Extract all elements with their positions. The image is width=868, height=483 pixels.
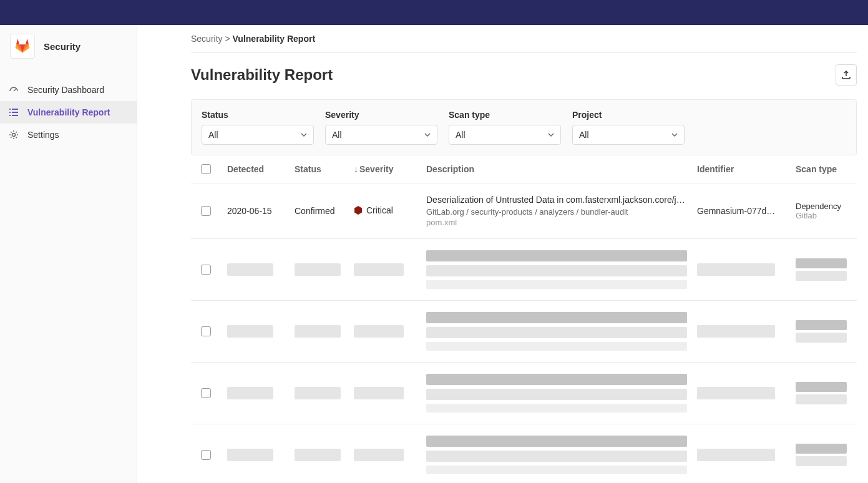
top-bar	[0, 0, 868, 25]
table-row-skeleton	[191, 363, 857, 424]
sidebar-item-label: Settings	[27, 130, 59, 140]
filter-value: All	[332, 130, 342, 140]
cell-status: Confirmed	[295, 206, 354, 216]
filter-bar: Status All Severity All Scan type	[191, 99, 857, 155]
svg-rect-5	[12, 115, 18, 116]
cell-detected: 2020-06-15	[227, 206, 295, 216]
export-button[interactable]	[836, 64, 857, 85]
dashboard-icon	[9, 85, 19, 95]
vulnerability-file: pom.xml	[426, 218, 687, 227]
cell-scan-type: Dependency	[796, 202, 847, 211]
export-icon	[841, 70, 851, 80]
svg-rect-2	[9, 112, 11, 113]
svg-rect-4	[9, 115, 11, 116]
row-checkbox[interactable]	[201, 206, 211, 216]
col-header-detected[interactable]: Detected	[227, 164, 295, 174]
table-row-skeleton	[191, 301, 857, 363]
col-header-scan-type[interactable]: Scan type	[796, 164, 847, 174]
filter-select-scan-type[interactable]: All	[449, 125, 561, 145]
hexagon-critical-icon	[354, 206, 363, 215]
severity-badge: Critical	[354, 205, 393, 215]
gear-icon	[9, 130, 19, 140]
filter-value: All	[579, 130, 589, 140]
breadcrumb-separator: >	[225, 34, 230, 44]
select-all-checkbox[interactable]	[201, 164, 211, 174]
chevron-down-icon	[424, 132, 431, 138]
severity-text: Critical	[366, 205, 393, 215]
chevron-down-icon	[548, 132, 554, 138]
filter-label-project: Project	[572, 110, 685, 120]
table-row[interactable]: 2020-06-15 Confirmed Critical Deserializ…	[191, 183, 857, 239]
sidebar-nav: Security Dashboard Vulnerability Report …	[0, 79, 137, 146]
sidebar-item-vulnerability-report[interactable]: Vulnerability Report	[0, 101, 137, 124]
list-icon	[9, 107, 19, 117]
row-checkbox[interactable]	[201, 450, 211, 460]
vulnerability-project-path: GitLab.org / security-products / analyze…	[426, 207, 687, 217]
filter-value: All	[208, 130, 218, 140]
chevron-down-icon	[301, 132, 307, 138]
sort-arrow-down-icon: ↓	[354, 164, 358, 174]
svg-rect-1	[12, 109, 18, 110]
breadcrumb: Security > Vulnerability Report	[191, 34, 857, 53]
row-checkbox[interactable]	[201, 265, 211, 275]
col-header-status[interactable]: Status	[295, 164, 354, 174]
filter-value: All	[456, 130, 466, 140]
sidebar-item-label: Security Dashboard	[27, 85, 104, 95]
filter-label-scan-type: Scan type	[449, 110, 561, 120]
gitlab-logo-icon	[15, 39, 30, 54]
sidebar-item-security-dashboard[interactable]: Security Dashboard	[0, 79, 137, 101]
breadcrumb-current: Vulnerability Report	[233, 34, 316, 44]
main-content: Security > Vulnerability Report Vulnerab…	[137, 25, 868, 483]
table-row-skeleton	[191, 239, 857, 301]
sidebar-title: Security	[44, 41, 80, 52]
col-header-description[interactable]: Description	[426, 164, 697, 174]
breadcrumb-parent[interactable]: Security	[191, 34, 223, 44]
vulnerability-title[interactable]: Deserialization of Untrusted Data in com…	[426, 195, 687, 205]
row-checkbox[interactable]	[201, 326, 211, 336]
col-header-identifier[interactable]: Identifier	[697, 164, 796, 174]
vulnerability-table: Detected Status ↓Severity Description Id…	[191, 155, 857, 483]
gitlab-logo	[10, 34, 35, 59]
row-checkbox[interactable]	[201, 388, 211, 398]
chevron-down-icon	[671, 132, 678, 138]
col-header-severity[interactable]: ↓Severity	[354, 164, 426, 174]
filter-select-status[interactable]: All	[202, 125, 314, 145]
sidebar: Security Security Dashboard Vulnerabilit…	[0, 25, 137, 483]
sidebar-header: Security	[0, 25, 137, 67]
table-row-skeleton	[191, 424, 857, 483]
filter-label-status: Status	[202, 110, 314, 120]
filter-select-project[interactable]: All	[572, 125, 685, 145]
svg-rect-0	[9, 109, 11, 110]
sidebar-item-label: Vulnerability Report	[27, 107, 110, 117]
filter-label-severity: Severity	[325, 110, 437, 120]
cell-identifier: Gemnasium-077d…	[697, 206, 796, 216]
svg-point-6	[12, 134, 16, 137]
page-title: Vulnerability Report	[191, 66, 333, 84]
svg-rect-3	[12, 112, 18, 113]
cell-scan-vendor: Gitlab	[796, 211, 847, 220]
table-header: Detected Status ↓Severity Description Id…	[191, 155, 857, 183]
filter-select-severity[interactable]: All	[325, 125, 437, 145]
svg-marker-7	[354, 206, 362, 215]
sidebar-item-settings[interactable]: Settings	[0, 124, 137, 146]
